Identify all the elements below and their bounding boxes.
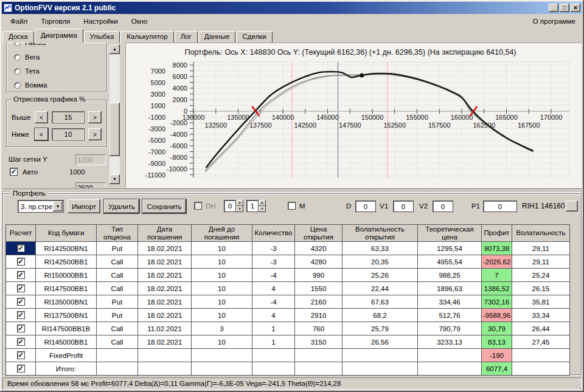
radio-icon[interactable] <box>14 43 21 46</box>
horizontal-splitter[interactable] <box>2 188 582 193</box>
spin-down-icon[interactable]: ▼ <box>259 206 266 212</box>
table-row[interactable]: ✓Итого:6077,4 <box>6 362 570 376</box>
calc-checkbox[interactable]: ✓ <box>17 338 25 346</box>
column-header[interactable]: Количество <box>252 225 295 242</box>
m-checkbox[interactable] <box>288 202 296 210</box>
grid-step-input[interactable] <box>75 154 106 165</box>
calc-cell[interactable]: ✓ <box>6 335 36 349</box>
column-header[interactable]: Теоретическая цена <box>418 225 482 242</box>
scrollbar-thumb[interactable] <box>109 103 120 156</box>
tab-data[interactable]: Данные <box>198 31 236 43</box>
below-decrease-button[interactable]: < <box>35 128 48 140</box>
column-header[interactable]: Тип опциона <box>97 225 138 242</box>
v2-input[interactable] <box>433 201 453 212</box>
column-header[interactable]: Цена открытия <box>295 225 342 242</box>
portfolio-select[interactable]: 3. пр.стредл ▼ <box>18 200 64 213</box>
calc-cell[interactable]: ✓ <box>6 322 36 335</box>
calc-checkbox[interactable]: ✓ <box>17 244 25 252</box>
table-row[interactable]: ✓RI147500BB1BCall11.02.20213176025,79790… <box>6 322 570 335</box>
calc-checkbox[interactable]: ✓ <box>17 311 25 319</box>
radio-vomma[interactable]: Вомма <box>14 81 47 89</box>
calc-checkbox[interactable]: ✓ <box>17 351 25 359</box>
calc-cell[interactable]: ✓ <box>6 255 36 269</box>
above-increase-button[interactable]: > <box>88 111 102 123</box>
menu-window[interactable]: Окно <box>125 16 155 26</box>
dh-spinner-1[interactable]: 0 ▲▼ <box>224 200 245 212</box>
table-row[interactable]: ✓RI142500BN1Put18.02.202110-3432063,3312… <box>6 242 570 255</box>
tab-calculator[interactable]: Калькулятор <box>120 31 173 43</box>
column-header[interactable]: Расчет <box>6 225 36 242</box>
spin-up-icon[interactable]: ▲ <box>236 200 243 206</box>
menu-settings[interactable]: Настройки <box>77 16 124 26</box>
table-row[interactable]: ✓RI137500BN1Put18.02.2021104291068,2512,… <box>6 309 570 322</box>
tab-deals[interactable]: Сделки <box>236 31 272 43</box>
calc-cell[interactable]: ✓ <box>6 269 36 282</box>
dh-checkbox[interactable] <box>194 202 202 210</box>
below-increase-button[interactable]: > <box>88 128 102 140</box>
spin-up-icon[interactable]: ▲ <box>259 200 266 206</box>
tab-board[interactable]: Доска <box>2 31 34 43</box>
maximize-button[interactable]: □ <box>560 4 569 12</box>
radio-vega[interactable]: Вега <box>14 53 40 61</box>
calc-cell[interactable]: ✓ <box>6 362 36 376</box>
above-decrease-button[interactable]: < <box>35 111 48 123</box>
sidebar-scrollbar[interactable]: ▲ ▼ <box>109 44 120 184</box>
table-row[interactable]: ✓RI150000BB1Call18.02.202110-499025,2698… <box>6 269 570 282</box>
column-header[interactable]: Код бумаги <box>36 225 97 242</box>
calc-checkbox[interactable]: ✓ <box>17 284 25 292</box>
calc-cell[interactable]: ✓ <box>6 282 36 295</box>
table-row[interactable]: ✓RI145000BB1Call18.02.2021101315026,5632… <box>6 335 570 349</box>
scroll-down-icon[interactable]: ▼ <box>109 174 120 184</box>
calc-checkbox[interactable]: ✓ <box>17 325 25 332</box>
radio-gamma[interactable]: Гамма <box>14 43 46 47</box>
menu-file[interactable]: Файл <box>4 16 34 26</box>
dh-spinner-2[interactable]: 1 ▲▼ <box>246 200 267 212</box>
resize-grip-icon[interactable] <box>573 381 581 389</box>
menu-trading[interactable]: Торговля <box>34 16 77 26</box>
menu-about[interactable]: О программе <box>530 16 578 26</box>
spin-down-icon[interactable]: ▼ <box>236 206 243 212</box>
table-row[interactable]: ✓RI142500BB1Call18.02.202110-3428020,354… <box>6 255 570 269</box>
tab-diagram[interactable]: Диаграмма <box>35 29 83 43</box>
d-input[interactable] <box>355 201 376 212</box>
calc-cell[interactable]: ✓ <box>6 309 36 322</box>
grid-step-x-input[interactable] <box>75 182 106 188</box>
table-cell: Call <box>97 322 138 335</box>
auto-checkbox[interactable]: ✓ <box>10 168 18 176</box>
radio-theta[interactable]: Тета <box>14 67 40 75</box>
column-header[interactable]: Дней до погашения <box>192 225 252 242</box>
radio-icon[interactable] <box>14 82 21 89</box>
column-header[interactable]: Дата погашения <box>138 225 192 242</box>
radio-icon[interactable] <box>14 54 21 61</box>
table-row[interactable]: ✓FixedProfit-190 <box>6 349 570 362</box>
payoff-chart[interactable]: 80006000400020000-2000-4000-6000-8000-10… <box>136 58 572 186</box>
save-button[interactable]: Сохранить <box>142 199 186 213</box>
scroll-up-icon[interactable]: ▲ <box>109 44 120 54</box>
v1-input[interactable] <box>393 201 414 212</box>
column-header[interactable]: Волатильность <box>512 225 570 242</box>
tab-smile[interactable]: Улыбка <box>84 31 120 43</box>
calc-cell[interactable]: ✓ <box>6 295 36 309</box>
column-header[interactable]: Волатильность открытия <box>342 225 418 242</box>
delete-button[interactable]: Удалить <box>104 199 139 213</box>
column-header[interactable]: Профит <box>482 225 512 242</box>
close-button[interactable]: ✕ <box>571 4 580 12</box>
calc-cell[interactable]: ✓ <box>6 242 36 255</box>
minimize-button[interactable]: _ <box>549 4 558 12</box>
menu-bar: Файл Торговля Настройки Окно О программе <box>4 16 578 27</box>
title-bar[interactable]: OptionFVV версия 2.1 public _ □ ✕ <box>2 2 582 14</box>
x-tick-label: 137500 <box>249 122 272 129</box>
table-row[interactable]: ✓RI147500BB1Call18.02.2021104155022,4418… <box>6 282 570 295</box>
calc-checkbox[interactable]: ✓ <box>17 258 25 266</box>
combo-dropdown-icon[interactable]: ▼ <box>53 201 63 211</box>
p1-input[interactable] <box>483 201 517 212</box>
import-button[interactable]: Импорт <box>68 199 100 213</box>
calc-checkbox[interactable]: ✓ <box>17 298 25 306</box>
radio-icon[interactable] <box>14 68 21 75</box>
calc-checkbox[interactable]: ✓ <box>17 365 25 373</box>
calc-cell[interactable]: ✓ <box>6 349 36 362</box>
table-row[interactable]: ✓RI135000BN1Put18.02.202110-4216067,6333… <box>6 295 570 309</box>
calc-checkbox[interactable]: ✓ <box>17 271 25 279</box>
collapse-button[interactable]: _ <box>566 201 578 211</box>
tab-log[interactable]: Лог <box>175 31 198 43</box>
